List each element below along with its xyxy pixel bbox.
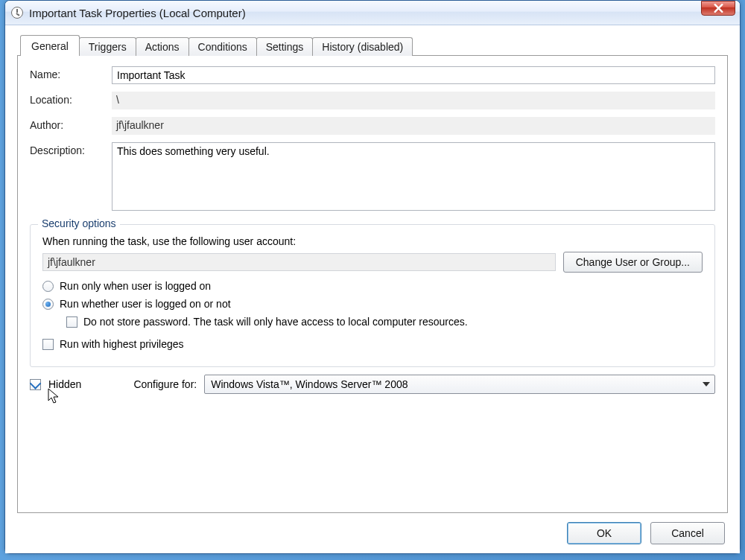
location-label: Location:	[30, 92, 112, 106]
tab-triggers[interactable]: Triggers	[79, 37, 136, 56]
titlebar: Important Task Properties (Local Compute…	[5, 1, 740, 25]
checkbox-hidden[interactable]	[30, 379, 41, 390]
author-value: jf\jfaulkner	[112, 117, 715, 135]
tab-conditions[interactable]: Conditions	[188, 37, 257, 56]
account-field: jf\jfaulkner	[42, 253, 556, 271]
close-icon	[714, 4, 723, 13]
dialog-body: General Triggers Actions Conditions Sett…	[5, 25, 740, 553]
radio-whether[interactable]	[42, 299, 54, 310]
configure-for-select[interactable]: Windows Vista™, Windows Server™ 2008	[204, 375, 715, 394]
security-options-group: Security options When running the task, …	[30, 224, 715, 367]
radio-whether-label: Run whether user is logged on or not	[60, 298, 231, 310]
checkbox-no-password-label: Do not store password. The task will onl…	[83, 316, 468, 328]
change-user-button[interactable]: Change User or Group...	[563, 252, 703, 273]
radio-logged-on[interactable]	[42, 281, 54, 292]
radio-whether-row[interactable]: Run whether user is logged on or not	[42, 298, 703, 310]
cancel-button[interactable]: Cancel	[650, 522, 725, 544]
checkbox-highest[interactable]	[42, 339, 54, 350]
dialog-window: Important Task Properties (Local Compute…	[4, 0, 741, 554]
tab-history[interactable]: History (disabled)	[312, 37, 413, 56]
name-input[interactable]	[112, 66, 715, 84]
account-prompt: When running the task, use the following…	[42, 235, 296, 247]
tab-panel-general: Name: Location: \ Author: jf\jfaulkner D…	[17, 55, 728, 513]
tab-actions[interactable]: Actions	[136, 37, 189, 56]
tab-strip: General Triggers Actions Conditions Sett…	[20, 34, 728, 55]
ok-button[interactable]: OK	[567, 522, 641, 544]
configure-for-value: Windows Vista™, Windows Server™ 2008	[211, 378, 408, 390]
name-label: Name:	[30, 66, 112, 80]
location-value: \	[112, 92, 715, 109]
radio-logged-on-row[interactable]: Run only when user is logged on	[42, 280, 703, 292]
security-group-title: Security options	[38, 217, 120, 229]
window-title: Important Task Properties (Local Compute…	[29, 7, 246, 19]
checkbox-highest-label: Run with highest privileges	[60, 338, 184, 350]
author-label: Author:	[30, 117, 112, 131]
radio-logged-on-label: Run only when user is logged on	[60, 280, 211, 292]
checkbox-no-password[interactable]	[66, 316, 77, 328]
checkbox-no-password-row[interactable]: Do not store password. The task will onl…	[66, 316, 703, 328]
configure-for-label: Configure for:	[133, 378, 197, 390]
description-input[interactable]	[112, 142, 715, 211]
tab-general[interactable]: General	[20, 35, 80, 56]
checkbox-hidden-label: Hidden	[48, 378, 81, 390]
tab-settings[interactable]: Settings	[256, 37, 314, 56]
checkbox-highest-row[interactable]: Run with highest privileges	[42, 338, 703, 350]
close-button[interactable]	[701, 1, 735, 16]
chevron-down-icon	[703, 382, 710, 386]
clock-icon	[11, 7, 23, 19]
description-label: Description:	[30, 142, 112, 156]
footer-row: Hidden Configure for: Windows Vista™, Wi…	[30, 375, 715, 394]
dialog-button-row: OK Cancel	[17, 513, 728, 546]
